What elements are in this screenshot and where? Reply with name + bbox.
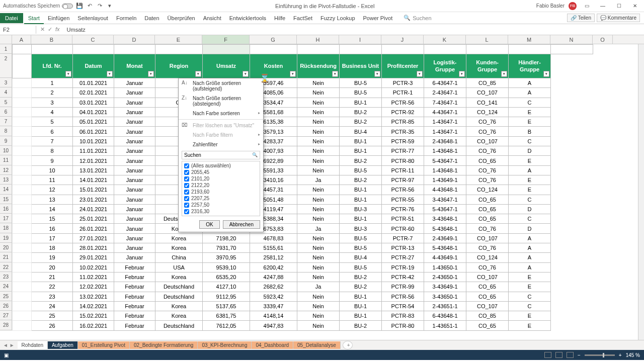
- cell[interactable]: Februar: [114, 321, 155, 330]
- cell[interactable]: CO_107: [466, 301, 509, 311]
- cell[interactable]: Januar: [114, 185, 155, 195]
- vertical-scrollbar[interactable]: [638, 44, 644, 340]
- record-macro-icon[interactable]: ▣: [4, 352, 9, 358]
- number-filter[interactable]: Zahlenfilter▸: [179, 140, 263, 149]
- cell[interactable]: BU-1: [340, 146, 382, 156]
- cell[interactable]: Nein: [297, 243, 340, 253]
- cell[interactable]: Januar: [114, 243, 155, 253]
- tab-start[interactable]: Start: [24, 13, 44, 24]
- cell[interactable]: BU-3: [340, 204, 382, 214]
- cell[interactable]: CO_124: [466, 185, 509, 195]
- header-lfdnr[interactable]: Lfd. Nr. ▾: [32, 54, 73, 78]
- cell[interactable]: 29.01.2021: [73, 253, 114, 262]
- row-header-27[interactable]: 27: [0, 311, 12, 320]
- cell[interactable]: PCTR-56: [382, 185, 424, 195]
- fx-icon[interactable]: fx: [55, 26, 60, 33]
- cell[interactable]: 5-43648-1: [424, 243, 466, 253]
- cell[interactable]: 24: [32, 301, 73, 311]
- cell[interactable]: 3-43650-1: [424, 292, 466, 301]
- cell[interactable]: 04.01.2021: [73, 107, 114, 117]
- cell[interactable]: 7198,20: [203, 233, 250, 243]
- cell[interactable]: PCTR-55: [382, 195, 424, 204]
- cell[interactable]: E: [509, 272, 551, 282]
- cell[interactable]: 6381,75: [203, 311, 250, 321]
- tab-fuzzy lookup[interactable]: Fuzzy Lookup: [316, 13, 359, 23]
- filter-icon[interactable]: ▾: [65, 71, 71, 77]
- cell[interactable]: A: [509, 165, 551, 175]
- col-header-C[interactable]: C: [72, 35, 114, 44]
- cell[interactable]: D: [509, 146, 551, 156]
- col-header-N[interactable]: N: [550, 35, 593, 44]
- sort-desc[interactable]: Z↓Nach Größe sortieren (absteigend): [179, 94, 263, 109]
- cell[interactable]: CO_76: [466, 243, 509, 253]
- filter-value[interactable]: 2122,20: [183, 182, 259, 189]
- cell[interactable]: 5: [32, 117, 73, 127]
- sheet-tab-aufgaben[interactable]: Aufgaben: [48, 341, 78, 349]
- cell[interactable]: PCTR-60: [382, 224, 424, 233]
- cell[interactable]: USA: [155, 262, 203, 272]
- cell[interactable]: Nein: [297, 127, 340, 136]
- cell[interactable]: 4947,83: [250, 321, 297, 330]
- col-header-A[interactable]: A: [12, 35, 31, 44]
- tab-ansicht[interactable]: Ansicht: [199, 13, 225, 23]
- cell[interactable]: 1: [32, 78, 73, 88]
- cell[interactable]: 2: [32, 88, 73, 98]
- cell[interactable]: 14.02.2021: [73, 301, 114, 311]
- row-header-7[interactable]: 7: [0, 117, 12, 126]
- cell[interactable]: BU-2: [340, 272, 382, 282]
- filter-icon[interactable]: ▾: [332, 71, 338, 77]
- row-header-5[interactable]: 5: [0, 98, 12, 107]
- cell[interactable]: BU-5: [340, 165, 382, 175]
- cell[interactable]: CO_124: [466, 253, 509, 262]
- cell[interactable]: CO_85: [466, 78, 509, 88]
- header-businessunit[interactable]: Business Unit ▾: [340, 54, 382, 78]
- col-header-L[interactable]: L: [466, 35, 508, 44]
- select-all-corner[interactable]: [0, 35, 12, 44]
- cell[interactable]: Januar: [114, 165, 155, 175]
- row-header-16[interactable]: 16: [0, 204, 12, 214]
- filter-cancel-button[interactable]: Abbrechen: [223, 220, 260, 229]
- cell[interactable]: A: [509, 262, 551, 272]
- cell[interactable]: BU-1: [340, 185, 382, 195]
- cell[interactable]: CO_65: [466, 292, 509, 301]
- cell[interactable]: E: [509, 282, 551, 292]
- ribbon-options-icon[interactable]: ▭: [581, 2, 593, 11]
- formula-input[interactable]: Umsatz: [64, 26, 644, 34]
- filter-value[interactable]: 2316,30: [183, 208, 259, 215]
- cell[interactable]: A: [509, 88, 551, 98]
- cell[interactable]: 25.01.2021: [73, 214, 114, 224]
- cell[interactable]: 11.02.2021: [73, 272, 114, 282]
- cell[interactable]: PCTR-42: [382, 272, 424, 282]
- maximize-icon[interactable]: ☐: [613, 2, 625, 11]
- col-header-K[interactable]: K: [424, 35, 466, 44]
- cell[interactable]: A: [509, 253, 551, 262]
- cell[interactable]: Korea: [155, 272, 203, 282]
- row-header-18[interactable]: 18: [0, 223, 12, 233]
- cell[interactable]: BU-2: [340, 321, 382, 330]
- cell[interactable]: 10.01.2021: [73, 136, 114, 146]
- cell[interactable]: 6200,42: [250, 262, 297, 272]
- cell[interactable]: A: [509, 233, 551, 243]
- cell[interactable]: Januar: [114, 195, 155, 204]
- row-header-2[interactable]: 2: [0, 54, 12, 78]
- header-rcksendung[interactable]: Rücksendung ▾: [297, 54, 340, 78]
- cell[interactable]: 4247,88: [250, 272, 297, 282]
- col-header-J[interactable]: J: [381, 35, 424, 44]
- cell[interactable]: CO_65: [466, 204, 509, 214]
- col-header-B[interactable]: B: [31, 35, 72, 44]
- cell[interactable]: 26.01.2021: [73, 224, 114, 233]
- row-header-4[interactable]: 4: [0, 87, 12, 97]
- cell[interactable]: BU-1: [340, 292, 382, 301]
- cell[interactable]: E: [509, 156, 551, 165]
- share-button[interactable]: 🔗 Teilen: [567, 14, 595, 22]
- cell[interactable]: BU-5: [340, 243, 382, 253]
- cell[interactable]: Ja: [297, 224, 340, 233]
- cell[interactable]: PCTR-80: [382, 321, 424, 330]
- cell[interactable]: PCTR-77: [382, 146, 424, 156]
- cell[interactable]: 1-43648-1: [424, 165, 466, 175]
- cell[interactable]: 2-43649-1: [424, 233, 466, 243]
- accept-formula-icon[interactable]: ✓: [48, 26, 52, 33]
- undo-icon[interactable]: ↶: [86, 3, 93, 10]
- cell[interactable]: 03.01.2021: [73, 98, 114, 107]
- cell[interactable]: Januar: [114, 214, 155, 224]
